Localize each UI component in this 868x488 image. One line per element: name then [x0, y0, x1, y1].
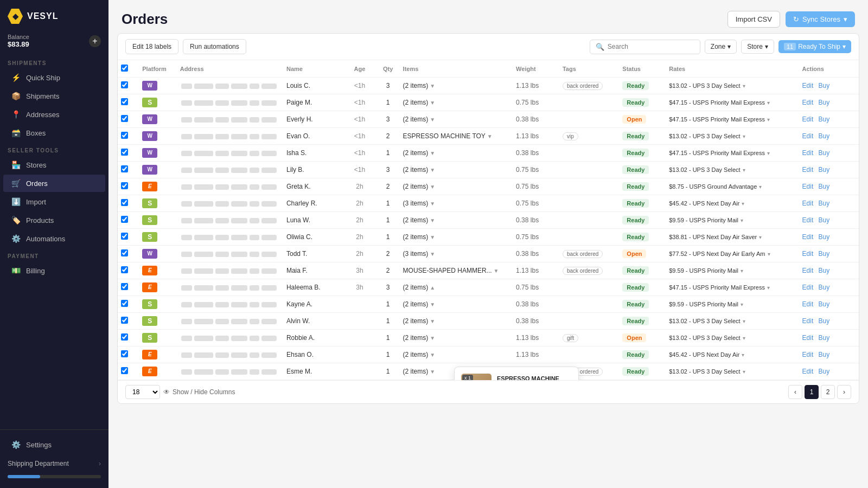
row-rates-cell[interactable]: $45.42 - UPS Next Day Air ▾ — [666, 195, 799, 212]
header-checkbox[interactable] — [118, 60, 139, 78]
row-checkbox-cell[interactable] — [118, 262, 139, 279]
row-items-cell[interactable]: (2 items) ▼ — [400, 313, 513, 330]
rates-chevron-icon[interactable]: ▾ — [741, 217, 743, 223]
items-expand-button[interactable]: (2 items) ▼ — [403, 99, 436, 106]
items-expand-button[interactable]: (2 items) ▼ — [403, 183, 436, 190]
buy-action-button[interactable]: Buy — [819, 99, 830, 106]
row-checkbox[interactable] — [121, 233, 128, 240]
items-expand-button[interactable]: (2 items) ▲ — [403, 284, 436, 291]
rates-chevron-icon[interactable]: ▾ — [742, 201, 744, 207]
row-checkbox[interactable] — [121, 333, 128, 341]
row-items-cell[interactable]: (2 items) ▼ — [400, 78, 513, 94]
items-expand-button[interactable]: (2 items) ▼ — [403, 233, 436, 241]
sidebar-item-stores[interactable]: 🏪 Stores — [3, 156, 105, 174]
row-checkbox-cell[interactable] — [118, 346, 139, 363]
items-expand-button[interactable]: (2 items) ▼ — [403, 368, 436, 375]
row-rates-cell[interactable]: $9.59 - USPS Priority Mail ▾ — [666, 262, 799, 279]
row-rates-cell[interactable]: $38.81 - UPS Next Day Air Saver ▾ — [666, 229, 799, 246]
row-rates-cell[interactable]: $45.42 - UPS Next Day Air ▾ — [666, 346, 799, 363]
row-items-cell[interactable]: (3 items) ▼ — [400, 246, 513, 262]
row-items-cell[interactable]: (2 items) ▼ — [400, 330, 513, 346]
items-expand-button[interactable]: (2 items) ▼ — [403, 216, 436, 224]
row-rates-cell[interactable]: $13.02 - UPS 3 Day Select ▾ — [666, 78, 799, 94]
row-items-cell[interactable]: (2 items) ▼ — [400, 212, 513, 229]
row-checkbox-cell[interactable] — [118, 78, 139, 94]
add-balance-button[interactable]: + — [89, 35, 101, 47]
row-checkbox-cell[interactable] — [118, 128, 139, 145]
row-rates-cell[interactable]: $47.15 - USPS Priority Mail Express ▾ — [666, 145, 799, 162]
rates-chevron-icon[interactable]: ▾ — [759, 234, 762, 240]
edit-action-button[interactable]: Edit — [802, 233, 814, 241]
row-checkbox[interactable] — [121, 149, 128, 156]
row-checkbox[interactable] — [121, 300, 128, 307]
row-checkbox[interactable] — [121, 81, 128, 88]
rates-chevron-icon[interactable]: ▾ — [743, 167, 745, 173]
row-checkbox-cell[interactable] — [118, 178, 139, 195]
edit-action-button[interactable]: Edit — [802, 368, 814, 375]
items-expand-button[interactable]: ESPRESSO MACHINE TOY ▼ — [403, 132, 493, 140]
row-rates-cell[interactable]: $13.02 - UPS 3 Day Select ▾ — [666, 162, 799, 178]
rates-chevron-icon[interactable]: ▾ — [767, 285, 770, 291]
row-items-cell[interactable]: (2 items) ▼ — [400, 229, 513, 246]
row-checkbox[interactable] — [121, 165, 128, 172]
items-expand-button[interactable]: (2 items) ▼ — [403, 166, 436, 174]
buy-action-button[interactable]: Buy — [819, 166, 830, 174]
row-checkbox-cell[interactable] — [118, 212, 139, 229]
row-rates-cell[interactable]: $77.52 - UPS Next Day Air Early Am ▾ — [666, 246, 799, 262]
row-items-cell[interactable]: ESPRESSO MACHINE TOY ▼ — [400, 128, 513, 145]
shipping-department-area[interactable]: Shipping Department › — [0, 454, 108, 473]
run-automations-button[interactable]: Run automations — [183, 39, 246, 54]
row-checkbox-cell[interactable] — [118, 145, 139, 162]
buy-action-button[interactable]: Buy — [819, 368, 830, 375]
row-checkbox[interactable] — [121, 317, 128, 324]
items-expand-button[interactable]: (2 items) ▼ — [403, 82, 436, 89]
row-rates-cell[interactable]: $47.15 - USPS Priority Mail Express ▾ — [666, 94, 799, 111]
rates-chevron-icon[interactable]: ▾ — [768, 251, 770, 257]
buy-action-button[interactable]: Buy — [819, 183, 830, 190]
buy-action-button[interactable]: Buy — [819, 115, 830, 123]
items-expand-button[interactable]: (2 items) ▼ — [403, 334, 436, 342]
row-rates-cell[interactable]: $47.15 - USPS Priority Mail Express ▾ — [666, 279, 799, 296]
row-checkbox[interactable] — [121, 98, 128, 105]
row-rates-cell[interactable]: $13.02 - UPS 3 Day Select ▾ — [666, 330, 799, 346]
row-items-cell[interactable]: MOUSE-SHAPED HAMMER... ▼ — [400, 262, 513, 279]
row-items-cell[interactable]: (2 items) ▲ — [400, 279, 513, 296]
items-expand-button[interactable]: (2 items) ▼ — [403, 351, 436, 358]
edit-action-button[interactable]: Edit — [802, 200, 814, 207]
page-1-button[interactable]: 1 — [805, 385, 819, 399]
rates-chevron-icon[interactable]: ▾ — [741, 301, 743, 307]
rates-chevron-icon[interactable]: ▾ — [743, 318, 745, 324]
buy-action-button[interactable]: Buy — [819, 267, 830, 274]
sidebar-item-import[interactable]: ⬇️ Import — [3, 193, 105, 210]
items-expand-button[interactable]: (2 items) ▼ — [403, 300, 436, 308]
row-items-cell[interactable]: (2 items) ▼ — [400, 296, 513, 313]
rates-chevron-icon[interactable]: ▾ — [743, 133, 745, 139]
edit-action-button[interactable]: Edit — [802, 300, 814, 308]
row-rates-cell[interactable]: $9.59 - USPS Priority Mail ▾ — [666, 212, 799, 229]
edit-action-button[interactable]: Edit — [802, 166, 814, 174]
sidebar-item-settings[interactable]: ⚙️ Settings — [3, 436, 105, 453]
row-checkbox-cell[interactable] — [118, 330, 139, 346]
buy-action-button[interactable]: Buy — [819, 200, 830, 207]
sync-stores-button[interactable]: ↻ Sync Stores ▾ — [786, 11, 855, 27]
sidebar-item-products[interactable]: 🏷️ Products — [3, 211, 105, 229]
edit-action-button[interactable]: Edit — [802, 250, 814, 258]
search-input[interactable] — [608, 43, 694, 50]
show-hide-columns-button[interactable]: 👁 Show / Hide Columns — [163, 388, 235, 396]
row-checkbox[interactable] — [121, 182, 128, 189]
buy-action-button[interactable]: Buy — [819, 132, 830, 140]
row-checkbox[interactable] — [121, 367, 128, 374]
sidebar-item-automations[interactable]: ⚙️ Automations — [3, 230, 105, 247]
sidebar-item-addresses[interactable]: 📍 Addresses — [3, 106, 105, 123]
rates-chevron-icon[interactable]: ▾ — [767, 150, 770, 156]
row-checkbox[interactable] — [121, 115, 128, 122]
row-checkbox-cell[interactable] — [118, 279, 139, 296]
row-items-cell[interactable]: (2 items) ▼ — [400, 178, 513, 195]
page-2-button[interactable]: 2 — [821, 385, 835, 399]
row-rates-cell[interactable]: $9.59 - USPS Priority Mail ▾ — [666, 296, 799, 313]
edit-action-button[interactable]: Edit — [802, 149, 814, 157]
items-expand-button[interactable]: (3 items) ▼ — [403, 250, 436, 258]
import-csv-button[interactable]: Import CSV — [727, 11, 780, 28]
buy-action-button[interactable]: Buy — [819, 82, 830, 89]
edit-action-button[interactable]: Edit — [802, 351, 814, 358]
